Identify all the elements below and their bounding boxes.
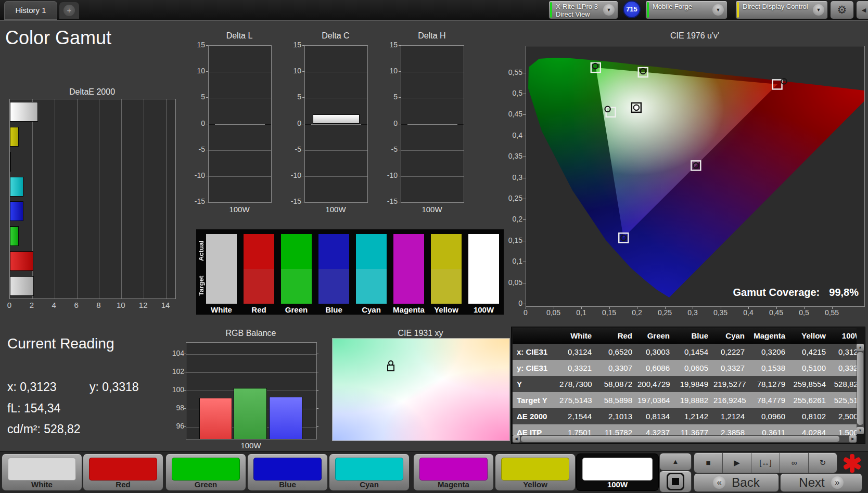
scroll-right-icon[interactable]: ▶ [849,435,857,443]
axis-tick-label: 4 [47,301,61,309]
workflow-dropdown[interactable]: Direct Display Control ▼ [736,1,827,19]
repeat-button[interactable]: ↻ [809,453,837,473]
axis-tick-label: 15 [289,41,301,49]
axis-tick-label: 96 [172,422,184,430]
swatch-actual [206,234,237,269]
swatch-target [318,269,349,304]
axis-tick-label: 6 [69,301,84,309]
axis-tick [206,97,208,98]
table-cell: 0,5100 [790,360,831,376]
play-button[interactable]: ▶ [723,453,751,473]
table-cell: 197,0364 [637,392,675,408]
source-dropdown[interactable]: Mobile Forge ▼ [646,1,727,19]
infinity-icon: ∞ [792,458,797,467]
axis-tick [399,202,401,202]
new-tab-button[interactable]: + [59,2,79,19]
patch-color-yellow [501,458,569,481]
patch-button-green[interactable]: Green [166,454,246,490]
axis-tick-label: 0,45 [493,110,522,118]
interval-icon: [↔] [759,458,771,467]
stop-measure-button[interactable] [660,471,691,492]
deltae-bar-white [10,276,34,296]
axis-tick [316,372,318,372]
meter-dropdown[interactable]: X-Rite i1Pro 3Direct View ▼ [549,1,618,19]
table-cell: 1,2124 [713,408,750,424]
axis-tick [665,307,666,309]
scroll-left-icon[interactable]: ◀ [513,435,520,443]
table-cell: 0,3124 [559,344,597,360]
meter-dropdown-label: X-Rite i1Pro 3Direct View [556,3,598,18]
scroll-up-icon[interactable]: ▲ [857,344,864,351]
axis-tick [523,199,526,199]
cie1976-diagram [526,46,865,307]
horizontal-scroll-thumb[interactable] [521,436,839,442]
test-pattern-bar: ▲ ■ ▶ [↔] ∞ ↻ « Back Next » WhiteRedGree… [0,451,868,493]
table-cell: 525,514 [831,392,857,408]
axis-tick-label: 15 [385,41,398,49]
axis-tick-label: 0 [2,301,17,309]
table-cell: 0,1454 [675,344,713,360]
settings-button[interactable]: ⚙ [831,1,853,19]
patch-button-blue[interactable]: Blue [248,454,327,490]
table-header-Blue: Blue [675,328,713,344]
axis-tick-label: 0,25 [652,308,678,317]
gridline [209,72,271,72]
table-vertical-scrollbar[interactable]: ▲ ▼ [857,344,864,434]
gridline [401,124,464,125]
axis-tick [609,307,610,309]
marker-square-icon [387,365,394,371]
source-status-indicator [647,2,649,18]
reading-fl-value: fL: 154,34 [7,401,60,416]
back-button[interactable]: « Back [694,474,778,491]
deltae-bar-green [10,226,19,246]
next-button[interactable]: Next » [781,474,862,491]
axis-tick [776,307,777,309]
zero-mark [265,124,271,125]
row-label: x: CIE31 [513,344,559,360]
table-cell: 2,5000 [831,408,857,424]
patch-button-100w[interactable]: 100W [577,454,658,490]
axis-tick [302,71,304,72]
axis-tick-label: 0,55 [819,308,845,317]
rgb-bar-red [199,398,232,439]
patch-color-green [172,458,240,481]
stop-button[interactable]: ■ [694,453,723,473]
patch-button-white[interactable]: White [2,454,82,490]
vertical-scroll-thumb[interactable] [857,352,863,425]
tab-history-1[interactable]: History 1 [4,1,57,20]
swatch-actual [244,234,274,269]
table-cell: 0,8102 [790,408,831,424]
patch-color-blue [253,458,322,481]
axis-tick [302,150,304,150]
scroll-down-icon[interactable]: ▼ [857,427,864,434]
top-bar: History 1 + X-Rite i1Pro 3Direct View ▼ … [0,0,868,21]
table-row: x: CIE310,31240,65200,30030,14540,22270,… [513,344,857,360]
table-horizontal-scrollbar[interactable]: ◀ ▶ [513,435,857,443]
table-cell: 4,0284 [790,424,831,435]
swatch-actual [431,234,462,269]
collapse-panel-button[interactable]: ◀ [857,1,868,19]
gridline [209,176,271,177]
axis-tick [554,307,554,309]
axis-tick [206,176,208,176]
table-cell: 0,0605 [675,360,713,376]
back-button-label: Back [732,475,759,490]
continuous-button[interactable]: ∞ [780,453,809,473]
axis-tick-label: 0,1 [568,308,594,317]
meter-count-badge[interactable]: 715 [623,1,641,18]
patch-button-cyan[interactable]: Cyan [329,454,409,490]
reading-y-value: y: 0,3318 [90,380,139,394]
table-cell: 58,0872 [597,376,637,392]
cie1931-reading-marker [387,360,398,373]
interval-button[interactable]: [↔] [751,453,780,473]
patch-button-magenta[interactable]: Magenta [414,454,493,490]
axis-tick-label: 0,4 [735,308,761,317]
patch-button-yellow[interactable]: Yellow [495,454,575,490]
table-row: ΔE ITP1,750111,57824,323711,36772,38580,… [513,424,857,435]
swatch-actual [318,234,349,269]
swatch-label: Magenta [390,305,428,314]
pattern-list-up-button[interactable]: ▲ [660,453,691,470]
rgb-balance-x-label: 100W [186,441,316,450]
patch-button-red[interactable]: Red [83,454,163,490]
axis-tick [184,354,186,354]
